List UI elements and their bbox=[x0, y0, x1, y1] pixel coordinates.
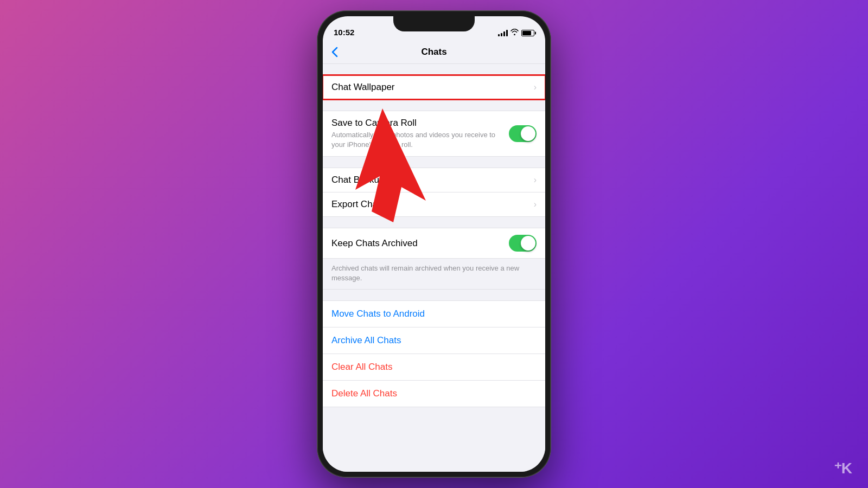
clear-all-chats-row[interactable]: Clear All Chats bbox=[323, 354, 545, 381]
row-left: Chat Wallpaper bbox=[331, 82, 529, 93]
status-time: 10:52 bbox=[334, 28, 354, 37]
phone-screen: 10:52 bbox=[323, 16, 545, 472]
chat-wallpaper-label: Chat Wallpaper bbox=[331, 82, 395, 92]
back-button[interactable] bbox=[331, 47, 338, 57]
archive-all-chats-row[interactable]: Archive All Chats bbox=[323, 328, 545, 354]
settings-group-2: Save to Camera Roll Automatically save p… bbox=[323, 111, 545, 157]
signal-bar-3 bbox=[503, 31, 505, 36]
phone-notch bbox=[393, 16, 475, 31]
chat-backup-row[interactable]: Chat Backup › bbox=[323, 168, 545, 192]
battery-icon bbox=[521, 30, 534, 36]
delete-all-chats-label: Delete All Chats bbox=[331, 388, 397, 399]
page-title: Chats bbox=[421, 47, 446, 57]
save-camera-label: Save to Camera Roll bbox=[331, 118, 509, 129]
row-left-2: Save to Camera Roll Automatically save p… bbox=[331, 118, 509, 150]
chevron-icon: › bbox=[534, 82, 537, 92]
row-left-5: Keep Chats Archived bbox=[331, 238, 509, 249]
export-chat-label: Export Chat bbox=[331, 199, 380, 209]
signal-bar-4 bbox=[506, 30, 508, 36]
chevron-icon-2: › bbox=[534, 175, 537, 185]
settings-group-5: Move Chats to Android Archive All Chats … bbox=[323, 300, 545, 407]
signal-bar-2 bbox=[501, 33, 502, 36]
chevron-icon-3: › bbox=[534, 200, 537, 209]
row-left-3: Chat Backup bbox=[331, 175, 529, 185]
keep-archived-label: Keep Chats Archived bbox=[331, 238, 418, 248]
toggle-knob-2 bbox=[521, 236, 535, 251]
chat-wallpaper-row[interactable]: Chat Wallpaper › bbox=[323, 75, 545, 99]
phone-frame: 10:52 bbox=[317, 11, 551, 477]
clear-all-chats-label: Clear All Chats bbox=[331, 362, 392, 372]
save-camera-row[interactable]: Save to Camera Roll Automatically save p… bbox=[323, 111, 545, 156]
settings-group-3: Chat Backup › Export Chat › bbox=[323, 168, 545, 217]
nav-bar: Chats bbox=[323, 40, 545, 64]
signal-bar-1 bbox=[498, 34, 500, 36]
move-chats-android-row[interactable]: Move Chats to Android bbox=[323, 301, 545, 328]
export-chat-row[interactable]: Export Chat › bbox=[323, 192, 545, 216]
move-chats-android-label: Move Chats to Android bbox=[331, 309, 425, 319]
settings-scroll[interactable]: Chat Wallpaper › Save to Camera Roll Aut… bbox=[323, 64, 545, 472]
battery-fill bbox=[522, 31, 531, 35]
chat-backup-label: Chat Backup bbox=[331, 175, 384, 185]
row-left-4: Export Chat bbox=[331, 199, 529, 210]
settings-group-1: Chat Wallpaper › bbox=[323, 75, 545, 100]
save-camera-sublabel: Automatically save photos and videos you… bbox=[331, 130, 509, 150]
status-icons bbox=[498, 29, 534, 37]
keep-archived-row[interactable]: Keep Chats Archived bbox=[323, 228, 545, 259]
watermark: ⁺K bbox=[834, 459, 852, 477]
signal-bars-icon bbox=[498, 30, 508, 36]
keep-archived-sublabel: Archived chats will remain archived when… bbox=[331, 264, 519, 282]
delete-all-chats-row[interactable]: Delete All Chats bbox=[323, 381, 545, 407]
archive-all-chats-label: Archive All Chats bbox=[331, 335, 401, 345]
keep-archived-toggle[interactable] bbox=[509, 235, 537, 252]
toggle-knob bbox=[521, 126, 535, 141]
settings-group-4: Keep Chats Archived Archived chats will … bbox=[323, 228, 545, 290]
save-camera-toggle[interactable] bbox=[509, 125, 537, 142]
watermark-symbol: ⁺K bbox=[834, 460, 852, 477]
wifi-icon bbox=[510, 29, 519, 37]
